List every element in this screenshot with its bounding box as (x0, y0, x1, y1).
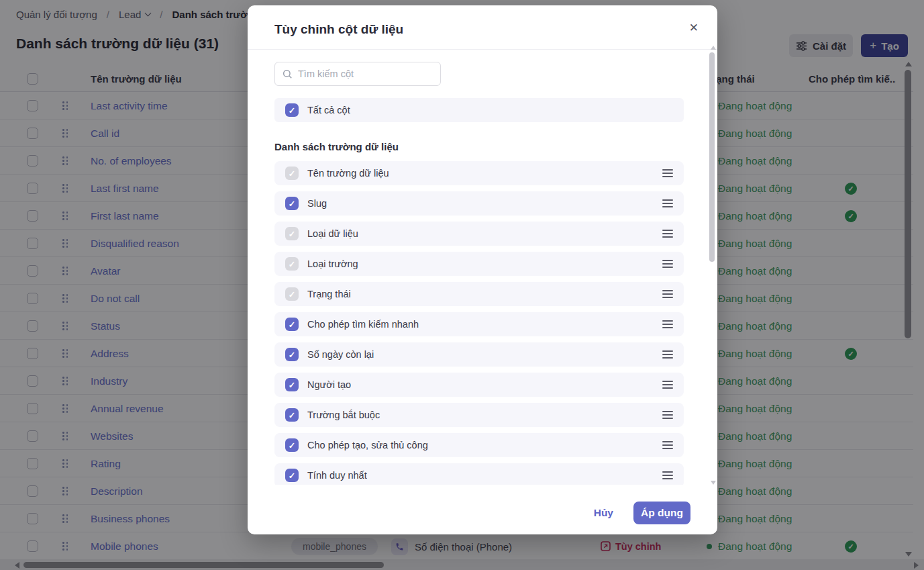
drag-handle-icon[interactable] (662, 471, 673, 479)
cancel-button[interactable]: Hủy (594, 507, 613, 519)
column-checkbox[interactable]: ✓ (285, 257, 299, 271)
column-label: Trạng thái (307, 289, 351, 299)
modal-section-title: Danh sách trường dữ liệu (274, 141, 399, 152)
drag-handle-icon[interactable] (662, 411, 673, 418)
column-label: Loại trường (307, 258, 358, 269)
drag-handle-icon[interactable] (662, 230, 673, 237)
select-all-columns-row[interactable]: ✓ Tất cả cột (274, 98, 684, 122)
column-list-item[interactable]: ✓Loại dữ liệu (274, 222, 684, 246)
column-label: Trường bắt buộc (307, 410, 380, 420)
modal-title: Tùy chỉnh cột dữ liệu (274, 22, 403, 37)
column-search-box (274, 62, 441, 86)
modal-header: Tùy chỉnh cột dữ liệu ✕ (248, 5, 717, 50)
drag-handle-icon[interactable] (662, 290, 673, 297)
close-icon[interactable]: ✕ (689, 22, 699, 34)
column-label: Tên trường dữ liệu (307, 168, 389, 179)
column-checkbox[interactable]: ✓ (285, 408, 299, 422)
column-list-item[interactable]: ✓Trạng thái (274, 282, 684, 306)
column-list-item[interactable]: ✓Tính duy nhất (274, 463, 684, 485)
column-search-input[interactable] (298, 62, 438, 85)
search-icon (283, 69, 293, 79)
column-list-item[interactable]: ✓Loại trường (274, 252, 684, 276)
drag-handle-icon[interactable] (662, 381, 673, 388)
drag-handle-icon[interactable] (662, 320, 673, 328)
column-list-item[interactable]: ✓Người tạo (274, 373, 684, 397)
drag-handle-icon[interactable] (662, 441, 673, 448)
modal-scrollbar-up-arrow[interactable] (711, 46, 716, 50)
customize-columns-modal: Tùy chỉnh cột dữ liệu ✕ ✓ Tất cả cột Dan… (248, 5, 717, 534)
column-label: Loại dữ liệu (307, 228, 358, 239)
apply-button[interactable]: Áp dụng (633, 502, 690, 524)
drag-handle-icon[interactable] (662, 199, 673, 207)
drag-handle-icon[interactable] (662, 350, 673, 358)
column-label: Cho phép tìm kiếm nhanh (307, 319, 419, 330)
column-checkbox[interactable]: ✓ (285, 318, 299, 331)
drag-handle-icon[interactable] (662, 260, 673, 267)
column-checkbox[interactable]: ✓ (285, 438, 299, 452)
column-list-item[interactable]: ✓Số ngày còn lại (274, 342, 684, 367)
select-all-columns-label: Tất cả cột (307, 105, 350, 115)
drag-handle-icon[interactable] (662, 169, 673, 177)
column-list-item[interactable]: ✓Trường bắt buộc (274, 403, 684, 427)
column-checkbox[interactable]: ✓ (285, 287, 299, 301)
column-list-item[interactable]: ✓Slug (274, 191, 684, 216)
select-all-columns-checkbox[interactable]: ✓ (285, 103, 299, 117)
column-label: Cho phép tạo, sửa thủ công (307, 440, 428, 450)
column-checkbox[interactable]: ✓ (285, 227, 299, 240)
column-label: Slug (307, 198, 327, 209)
column-label: Tính duy nhất (307, 470, 367, 481)
column-label: Số ngày còn lại (307, 349, 374, 360)
column-list: ✓Tên trường dữ liệu✓Slug✓Loại dữ liệu✓Lo… (274, 161, 684, 485)
column-checkbox[interactable]: ✓ (285, 469, 299, 482)
column-list-item[interactable]: ✓Cho phép tạo, sửa thủ công (274, 433, 684, 457)
column-checkbox[interactable]: ✓ (285, 167, 299, 180)
column-checkbox[interactable]: ✓ (285, 348, 299, 361)
modal-footer: Hủy Áp dụng (594, 502, 690, 524)
modal-scrollbar-down-arrow[interactable] (711, 481, 716, 485)
column-checkbox[interactable]: ✓ (285, 378, 299, 391)
column-checkbox[interactable]: ✓ (285, 197, 299, 210)
modal-scrollbar-thumb[interactable] (709, 52, 715, 262)
column-list-item[interactable]: ✓Cho phép tìm kiếm nhanh (274, 312, 684, 336)
column-label: Người tạo (307, 379, 351, 390)
column-list-item[interactable]: ✓Tên trường dữ liệu (274, 161, 684, 185)
